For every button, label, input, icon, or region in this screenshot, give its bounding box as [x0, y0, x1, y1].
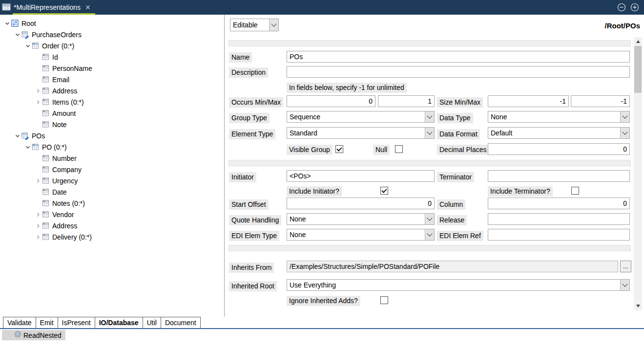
tab-util[interactable]: Util	[143, 317, 161, 328]
structure-tree: RootPurchaseOrdersOrder (0:*)IdPersonNam…	[0, 15, 225, 316]
minimize-button[interactable]	[617, 3, 626, 12]
visible-group-checkbox[interactable]	[335, 145, 343, 153]
tree-item-amount[interactable]: Amount	[0, 108, 224, 119]
tab-emit[interactable]: Emit	[36, 317, 58, 328]
app-icon	[0, 3, 13, 11]
tree-item-urgency[interactable]: Urgency	[0, 175, 224, 186]
tree-item-personname[interactable]: PersonName	[0, 63, 224, 74]
occurs-max-input[interactable]	[378, 95, 435, 107]
start-offset-input[interactable]	[287, 198, 435, 209]
initiator-label: Initiator	[229, 172, 256, 182]
dropdown-arrow-icon[interactable]	[425, 128, 434, 138]
dropdown-arrow-icon[interactable]	[425, 111, 434, 122]
include-terminator-checkbox[interactable]	[571, 187, 579, 195]
tree-item-number[interactable]: Number	[0, 153, 224, 164]
tree-item-address[interactable]: Address	[0, 220, 224, 231]
edi-elem-ref-input[interactable]	[488, 229, 630, 241]
release-input[interactable]	[488, 213, 630, 225]
edi-elem-type-select[interactable]: None	[287, 229, 435, 241]
null-checkbox[interactable]	[395, 145, 403, 153]
tree-item-delivery-0[interactable]: Delivery (0:*)	[0, 231, 224, 243]
tree-item-date[interactable]: Date	[0, 186, 224, 198]
chevron-expanded-icon[interactable]	[13, 31, 21, 39]
terminator-input[interactable]	[488, 170, 630, 182]
tree-item-label: Address	[51, 222, 77, 230]
initiator-input[interactable]	[287, 170, 435, 182]
dropdown-arrow-icon[interactable]	[425, 229, 434, 240]
tree-item-purchaseorders[interactable]: PurchaseOrders	[0, 29, 224, 40]
document-tab[interactable]: *MultiRepresentations	[13, 0, 95, 15]
tree-item-label: Address	[51, 87, 77, 95]
tab-document[interactable]: Document	[161, 317, 201, 328]
chevron-expanded-icon[interactable]	[23, 143, 32, 151]
tree-item-address[interactable]: Address	[0, 85, 224, 96]
tab-ispresent[interactable]: IsPresent	[58, 317, 95, 328]
group-type-label: Group Type	[229, 113, 270, 123]
chevron-expanded-icon[interactable]	[13, 132, 21, 140]
dropdown-arrow-icon[interactable]	[620, 280, 629, 290]
tab-io-database[interactable]: IO/Database	[95, 317, 143, 328]
chevron-collapsed-icon[interactable]	[34, 233, 42, 241]
form-scrollbar[interactable]	[634, 37, 642, 310]
ignore-inherited-adds-checkbox[interactable]	[380, 296, 388, 304]
chevron-expanded-icon[interactable]	[23, 42, 32, 50]
scroll-down-icon[interactable]	[634, 302, 642, 310]
chevron-expanded-icon[interactable]	[3, 20, 11, 27]
structure-icon	[21, 132, 31, 140]
edi-elem-ref-label: EDI Elem Ref	[437, 231, 483, 241]
tab-validate[interactable]: Validate	[3, 317, 36, 328]
include-initiator-checkbox[interactable]	[380, 187, 388, 195]
size-min-input[interactable]	[488, 95, 569, 107]
decimal-places-input[interactable]	[488, 143, 630, 155]
chevron-collapsed-icon[interactable]	[34, 87, 42, 95]
tab-close-icon[interactable]	[85, 5, 90, 10]
browse-button[interactable]: ...	[620, 261, 631, 272]
chevron-collapsed-icon[interactable]	[34, 222, 42, 230]
tree-item-pos[interactable]: POs	[0, 130, 224, 141]
tree-item-vendor[interactable]: Vendor	[0, 209, 224, 220]
tree-item-email[interactable]: Email	[0, 74, 224, 85]
size-max-input[interactable]	[571, 95, 630, 107]
element-type-select[interactable]: Standard	[287, 127, 435, 139]
method-item-readnested[interactable]: ReadNested	[2, 330, 65, 340]
chevron-collapsed-icon[interactable]	[34, 211, 42, 219]
tree-item-notes-0[interactable]: Notes (0:*)	[0, 198, 224, 209]
tree-item-po-0[interactable]: PO (0:*)	[0, 141, 224, 153]
chevron-collapsed-icon[interactable]	[34, 177, 42, 185]
quote-handling-select[interactable]: None	[287, 213, 435, 225]
dropdown-arrow-icon[interactable]	[620, 128, 629, 138]
tree-item-items-0[interactable]: Items (0:*)	[0, 96, 224, 108]
terminator-label: Terminator	[437, 172, 474, 182]
edit-mode-select[interactable]: Editable	[230, 19, 279, 31]
tree-item-note[interactable]: Note	[0, 119, 224, 130]
name-input[interactable]	[287, 51, 630, 63]
dropdown-arrow-icon[interactable]	[620, 111, 629, 122]
scrollbar-thumb[interactable]	[634, 46, 642, 93]
tree-item-id[interactable]: Id	[0, 51, 224, 63]
tree-item-label: Id	[51, 53, 58, 61]
maximize-button[interactable]	[630, 3, 639, 12]
main-area: RootPurchaseOrdersOrder (0:*)IdPersonNam…	[0, 15, 644, 316]
scroll-up-icon[interactable]	[634, 37, 642, 45]
chevron-collapsed-icon[interactable]	[34, 98, 42, 106]
occurs-min-input[interactable]	[287, 95, 375, 107]
description-input[interactable]	[287, 66, 630, 78]
column-label: Column	[437, 199, 465, 210]
group-type-select[interactable]: Sequence	[287, 111, 435, 123]
data-type-select[interactable]: None	[488, 111, 630, 123]
inherits-from-input[interactable]	[287, 261, 618, 272]
inherited-root-select[interactable]: Use Everything	[287, 279, 630, 291]
dropdown-arrow-icon[interactable]	[425, 214, 434, 224]
tree-item-company[interactable]: Company	[0, 164, 224, 175]
release-label: Release	[437, 215, 467, 225]
tree-item-order-0[interactable]: Order (0:*)	[0, 40, 224, 51]
dropdown-arrow-icon[interactable]	[269, 19, 278, 31]
data-format-select[interactable]: Default	[488, 127, 630, 139]
chevron-spacer	[34, 65, 42, 72]
inherits-from-label: Inherits From	[229, 263, 274, 273]
tree-item-root[interactable]: Root	[0, 18, 224, 29]
column-input[interactable]	[488, 198, 630, 209]
tree-item-label: Items (0:*)	[51, 98, 84, 106]
group-type-value: Sequence	[287, 111, 425, 122]
chevron-spacer	[34, 166, 42, 174]
